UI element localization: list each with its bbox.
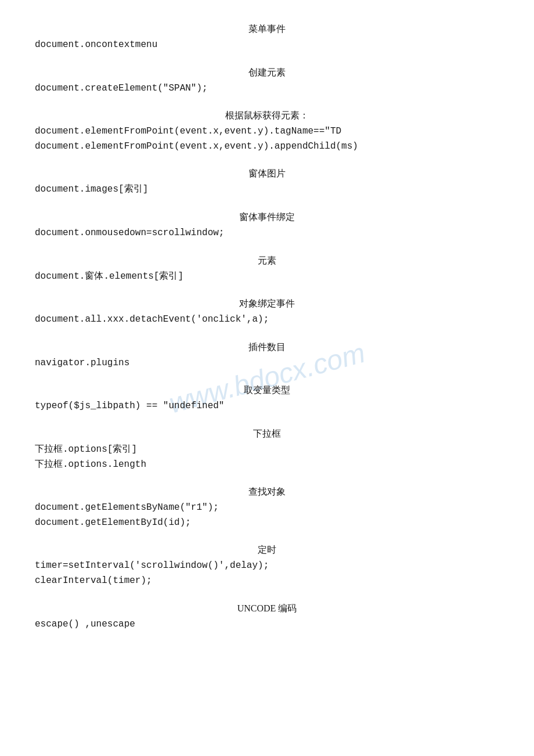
code-line: document.getElementsByName("r1"); (35, 501, 499, 516)
code-line: escape() ,unescape (35, 617, 499, 632)
main-content: 菜单事件document.oncontextmenu创建元素document.c… (35, 23, 499, 632)
code-line: navigator.plugins (35, 356, 499, 371)
section-code-dropdown: 下拉框.options[索引]下拉框.options.length (35, 442, 499, 472)
section-code-find-object: document.getElementsByName("r1");documen… (35, 501, 499, 530)
code-line: typeof($js_libpath) == "undefined" (35, 399, 499, 414)
section-object-bind-event: 对象绑定事件document.all.xxx.detachEvent('oncl… (35, 298, 499, 327)
section-code-element: document.窗体.elements[索引] (35, 269, 499, 285)
section-code-object-bind-event: document.all.xxx.detachEvent('onclick',a… (35, 312, 499, 327)
section-title-element: 元素 (35, 255, 499, 267)
code-line: document.窗体.elements[索引] (35, 269, 499, 285)
code-line: document.images[索引] (35, 182, 499, 197)
section-menu-event: 菜单事件document.oncontextmenu (35, 23, 499, 53)
section-window-event-bind: 窗体事件绑定document.onmousedown=scrollwindow; (35, 211, 499, 241)
section-find-object: 查找对象document.getElementsByName("r1");doc… (35, 486, 499, 530)
section-window-images: 窗体图片document.images[索引] (35, 168, 499, 197)
section-element: 元素document.窗体.elements[索引] (35, 255, 499, 285)
section-title-menu-event: 菜单事件 (35, 23, 499, 35)
section-title-element-by-mouse: 根据鼠标获得元素： (35, 110, 499, 122)
code-line: document.onmousedown=scrollwindow; (35, 226, 499, 241)
code-line: timer=setInterval('scrollwindow()',delay… (35, 559, 499, 574)
code-line: 下拉框.options.length (35, 458, 499, 473)
code-line: clearInterval(timer); (35, 574, 499, 589)
section-title-dropdown: 下拉框 (35, 428, 499, 440)
section-variable-type: 取变量类型typeof($js_libpath) == "undefined" (35, 384, 499, 414)
section-title-object-bind-event: 对象绑定事件 (35, 298, 499, 310)
section-code-plugin-count: navigator.plugins (35, 356, 499, 371)
section-title-variable-type: 取变量类型 (35, 384, 499, 397)
section-title-window-images: 窗体图片 (35, 168, 499, 180)
section-title-timer: 定时 (35, 544, 499, 556)
section-title-find-object: 查找对象 (35, 486, 499, 498)
code-line: document.getElementById(id); (35, 516, 499, 531)
section-dropdown: 下拉框下拉框.options[索引]下拉框.options.length (35, 428, 499, 472)
section-element-by-mouse: 根据鼠标获得元素：document.elementFromPoint(event… (35, 110, 499, 154)
section-code-window-event-bind: document.onmousedown=scrollwindow; (35, 226, 499, 241)
code-line: document.all.xxx.detachEvent('onclick',a… (35, 312, 499, 327)
section-timer: 定时timer=setInterval('scrollwindow()',del… (35, 544, 499, 588)
code-line: document.elementFromPoint(event.x,event.… (35, 139, 499, 154)
section-code-menu-event: document.oncontextmenu (35, 38, 499, 53)
section-code-window-images: document.images[索引] (35, 182, 499, 197)
section-code-create-element: document.createElement("SPAN"); (35, 81, 499, 96)
section-title-window-event-bind: 窗体事件绑定 (35, 211, 499, 224)
section-unicode: UNCODE 编码escape() ,unescape (35, 603, 499, 632)
section-code-element-by-mouse: document.elementFromPoint(event.x,event.… (35, 124, 499, 154)
section-code-variable-type: typeof($js_libpath) == "undefined" (35, 399, 499, 414)
section-title-create-element: 创建元素 (35, 67, 499, 79)
section-code-timer: timer=setInterval('scrollwindow()',delay… (35, 559, 499, 588)
code-line: document.oncontextmenu (35, 38, 499, 53)
code-line: 下拉框.options[索引] (35, 442, 499, 458)
code-line: document.elementFromPoint(event.x,event.… (35, 124, 499, 139)
section-code-unicode: escape() ,unescape (35, 617, 499, 632)
section-plugin-count: 插件数目navigator.plugins (35, 341, 499, 371)
section-title-unicode: UNCODE 编码 (35, 603, 499, 615)
section-title-plugin-count: 插件数目 (35, 341, 499, 354)
section-create-element: 创建元素document.createElement("SPAN"); (35, 67, 499, 96)
code-line: document.createElement("SPAN"); (35, 81, 499, 96)
